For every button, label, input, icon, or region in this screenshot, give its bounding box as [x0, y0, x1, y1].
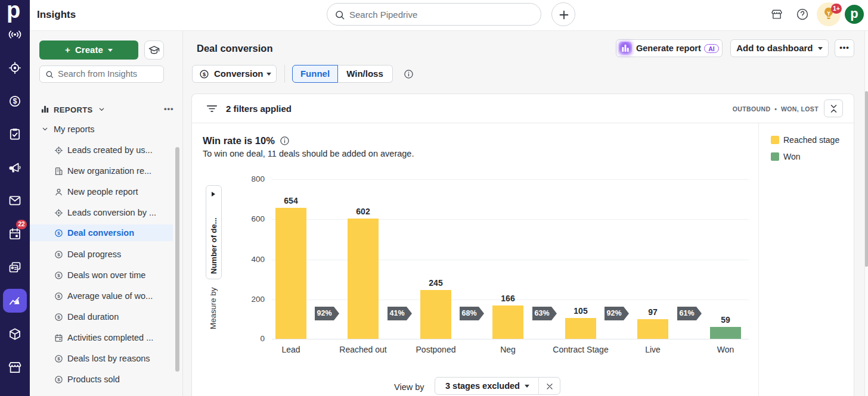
svg-text:$: $: [57, 252, 60, 257]
svg-text:$: $: [57, 314, 60, 320]
svg-text:$: $: [57, 377, 60, 382]
svg-text:$: $: [13, 97, 17, 105]
svg-text:$: $: [57, 294, 60, 299]
svg-text:$: $: [57, 230, 60, 236]
svg-text:$: $: [203, 71, 206, 77]
svg-text:$: $: [57, 356, 60, 361]
svg-text:$: $: [57, 273, 60, 278]
